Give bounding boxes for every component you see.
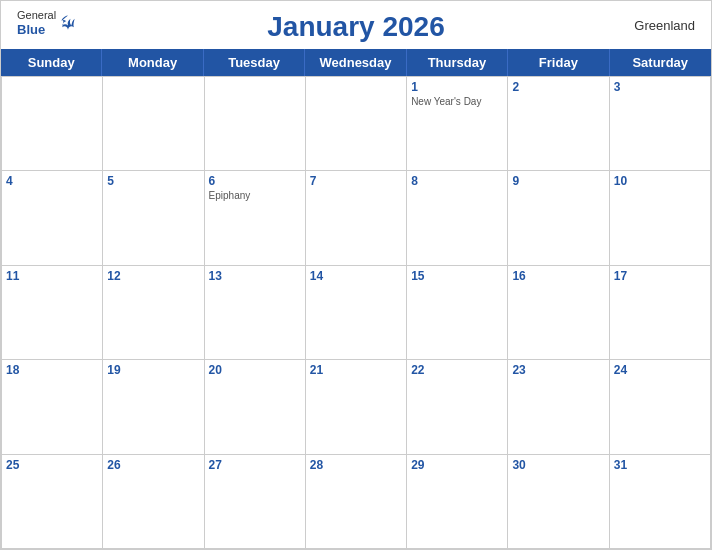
calendar-cell: 29 [407, 455, 508, 549]
calendar-cell: 9 [508, 171, 609, 265]
calendar-header: General Blue January 2026 Greenland [1, 1, 711, 49]
day-header-thursday: Thursday [407, 49, 508, 76]
day-header-saturday: Saturday [610, 49, 711, 76]
cell-date: 31 [614, 458, 706, 472]
cell-date: 25 [6, 458, 98, 472]
calendar-cell [103, 77, 204, 171]
day-header-monday: Monday [102, 49, 203, 76]
calendar-region: Greenland [634, 18, 695, 33]
calendar-cell: 26 [103, 455, 204, 549]
day-header-sunday: Sunday [1, 49, 102, 76]
calendar-cell: 12 [103, 266, 204, 360]
calendar-cell: 19 [103, 360, 204, 454]
cell-date: 15 [411, 269, 503, 283]
calendar-cell: 23 [508, 360, 609, 454]
cell-date: 20 [209, 363, 301, 377]
calendar-cell: 2 [508, 77, 609, 171]
calendar-title: January 2026 [267, 11, 444, 43]
calendar-cell: 16 [508, 266, 609, 360]
cell-date: 21 [310, 363, 402, 377]
cell-date: 16 [512, 269, 604, 283]
cell-date: 4 [6, 174, 98, 188]
calendar-grid: 1New Year's Day23456Epiphany789101112131… [1, 76, 711, 549]
calendar-cell: 8 [407, 171, 508, 265]
day-header-wednesday: Wednesday [305, 49, 406, 76]
calendar-cell: 30 [508, 455, 609, 549]
calendar-cell: 7 [306, 171, 407, 265]
calendar-cell: 1New Year's Day [407, 77, 508, 171]
cell-date: 3 [614, 80, 706, 94]
cell-event: New Year's Day [411, 96, 503, 107]
calendar-cell: 20 [205, 360, 306, 454]
cell-date: 22 [411, 363, 503, 377]
calendar-cell: 14 [306, 266, 407, 360]
calendar-cell: 13 [205, 266, 306, 360]
calendar-cell [205, 77, 306, 171]
calendar-cell [306, 77, 407, 171]
logo: General Blue [17, 9, 78, 38]
cell-date: 8 [411, 174, 503, 188]
calendar-cell: 4 [2, 171, 103, 265]
cell-date: 14 [310, 269, 402, 283]
calendar-cell: 28 [306, 455, 407, 549]
calendar-cell: 17 [610, 266, 711, 360]
calendar-cell: 22 [407, 360, 508, 454]
cell-date: 1 [411, 80, 503, 94]
calendar-cell: 15 [407, 266, 508, 360]
cell-date: 2 [512, 80, 604, 94]
cell-date: 5 [107, 174, 199, 188]
cell-date: 24 [614, 363, 706, 377]
calendar-cell: 21 [306, 360, 407, 454]
day-header-tuesday: Tuesday [204, 49, 305, 76]
logo-blue: Blue [17, 22, 56, 38]
cell-event: Epiphany [209, 190, 301, 201]
cell-date: 30 [512, 458, 604, 472]
calendar-cell: 6Epiphany [205, 171, 306, 265]
cell-date: 28 [310, 458, 402, 472]
calendar-cell: 5 [103, 171, 204, 265]
cell-date: 11 [6, 269, 98, 283]
logo-bird-icon [58, 13, 78, 33]
calendar-cell: 18 [2, 360, 103, 454]
cell-date: 13 [209, 269, 301, 283]
calendar-cell: 27 [205, 455, 306, 549]
calendar-cell: 24 [610, 360, 711, 454]
cell-date: 18 [6, 363, 98, 377]
day-header-friday: Friday [508, 49, 609, 76]
cell-date: 17 [614, 269, 706, 283]
calendar-cell: 10 [610, 171, 711, 265]
cell-date: 12 [107, 269, 199, 283]
cell-date: 26 [107, 458, 199, 472]
calendar: General Blue January 2026 Greenland Sund… [0, 0, 712, 550]
calendar-cell: 25 [2, 455, 103, 549]
days-header: Sunday Monday Tuesday Wednesday Thursday… [1, 49, 711, 76]
logo-general: General [17, 9, 56, 22]
calendar-cell: 31 [610, 455, 711, 549]
cell-date: 9 [512, 174, 604, 188]
cell-date: 6 [209, 174, 301, 188]
cell-date: 7 [310, 174, 402, 188]
calendar-cell: 3 [610, 77, 711, 171]
calendar-cell [2, 77, 103, 171]
calendar-cell: 11 [2, 266, 103, 360]
cell-date: 19 [107, 363, 199, 377]
cell-date: 10 [614, 174, 706, 188]
cell-date: 29 [411, 458, 503, 472]
cell-date: 27 [209, 458, 301, 472]
cell-date: 23 [512, 363, 604, 377]
